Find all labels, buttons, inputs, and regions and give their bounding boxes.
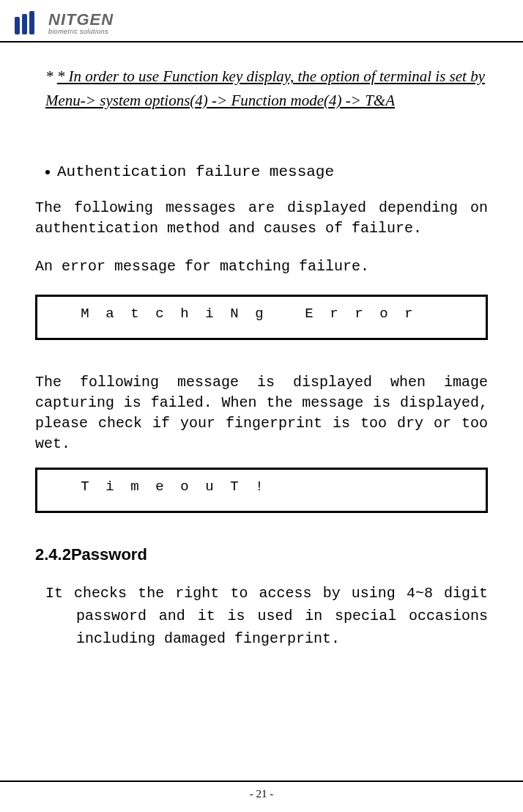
lcd-cell: h	[172, 306, 197, 322]
lcd-cell: T	[222, 479, 247, 495]
nitgen-logo-icon	[15, 11, 41, 34]
bullet-dot-icon	[45, 170, 50, 174]
lcd-cell	[346, 479, 371, 495]
lcd-cell	[297, 479, 322, 495]
bullet-label: Authentication failure message	[57, 163, 334, 180]
page-number: - 21 -	[250, 788, 274, 800]
lcd-display-matching-error: MatchiNg Error	[35, 295, 488, 340]
page-footer: - 21 -	[0, 780, 523, 800]
lcd-cell: r	[346, 306, 371, 322]
svg-rect-2	[29, 11, 34, 34]
note-paragraph: * * In order to use Function key display…	[45, 64, 488, 112]
svg-rect-1	[22, 14, 27, 34]
lcd-cell	[322, 479, 346, 495]
lcd-cell	[48, 306, 73, 322]
lcd-cell: N	[222, 306, 247, 322]
lcd-cell: i	[197, 306, 222, 322]
page-header: NITGEN biometric solutions	[0, 0, 523, 43]
lcd-cell	[396, 479, 421, 495]
lcd-cell	[272, 479, 297, 495]
lcd-cell	[371, 479, 396, 495]
lcd-cell: r	[396, 306, 421, 322]
brand-tagline: biometric solutions	[48, 28, 114, 35]
paragraph-password-desc: It checks the right to access by using 4…	[45, 582, 488, 650]
lcd-cell: i	[97, 479, 122, 495]
lcd-cell: T	[73, 479, 97, 495]
lcd-cell: M	[73, 306, 97, 322]
lcd-cell: r	[322, 306, 346, 322]
note-underlined-text: * In order to use Function key display, …	[45, 67, 485, 109]
lcd-cell: c	[147, 306, 172, 322]
lcd-cell: m	[122, 479, 147, 495]
lcd-cell: g	[247, 306, 272, 322]
lcd-cell: o	[371, 306, 396, 322]
lcd-cell: e	[147, 479, 172, 495]
lcd-cell: a	[97, 306, 122, 322]
brand-name: NITGEN	[48, 10, 114, 29]
svg-rect-0	[15, 17, 20, 34]
lcd-cell: E	[297, 306, 322, 322]
lcd-cell	[272, 306, 297, 322]
lcd-cell	[48, 479, 73, 495]
section-heading-password: 2.4.2Password	[35, 545, 488, 564]
paragraph-following-messages: The following messages are displayed dep…	[35, 198, 488, 239]
bullet-auth-failure: Authentication failure message	[45, 163, 488, 180]
lcd-cell: u	[197, 479, 222, 495]
lcd-cell: !	[247, 479, 272, 495]
lcd-cell: t	[122, 306, 147, 322]
paragraph-image-capture: The following message is displayed when …	[35, 372, 488, 454]
lcd-cell: o	[172, 479, 197, 495]
lcd-display-timeout: TimeouT!	[35, 468, 488, 513]
paragraph-error-msg: An error message for matching failure.	[35, 256, 488, 277]
note-asterisk: *	[45, 67, 57, 85]
